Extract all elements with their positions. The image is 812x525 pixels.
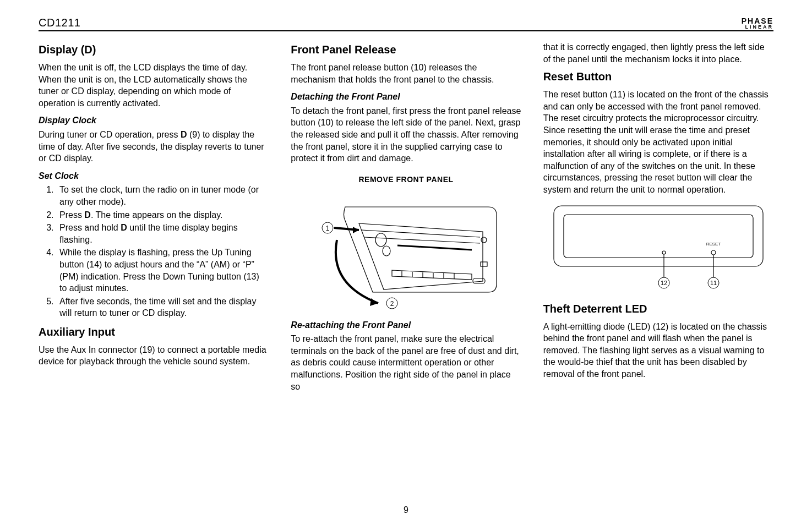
para-display: When the unit is off, the LCD displays t…: [39, 62, 269, 109]
heading-reset-button: Reset Button: [543, 69, 773, 84]
callout-2: 2: [390, 300, 394, 308]
para-display-clock: During tuner or CD operation, press D (9…: [39, 129, 269, 165]
svg-rect-19: [564, 215, 753, 258]
heading-display: Display (D): [39, 42, 269, 57]
list-item: To set the clock, turn the radio on in t…: [56, 184, 269, 207]
reset-label: RESET: [706, 242, 721, 247]
list-item: Press and hold D until the time display …: [56, 222, 269, 245]
para-front-panel-release: The front panel release button (10) rele…: [291, 62, 521, 85]
model-number: CD1211: [39, 17, 80, 29]
para-aux-input: Use the Aux In connector (19) to connect…: [39, 344, 269, 368]
column-3: that it is correctly engaged, then light…: [543, 41, 773, 397]
heading-front-panel-release: Front Panel Release: [291, 42, 521, 57]
para-theft-deterrent: A light-emitting diode (LED) (12) is loc…: [543, 321, 773, 380]
svg-point-20: [662, 251, 666, 254]
page-header: CD1211 PHASE LINEAR: [39, 17, 773, 31]
para-reset-button: The reset button (11) is located on the …: [543, 89, 773, 195]
diagram-title-remove-panel: REMOVE FRONT PANEL: [291, 174, 521, 185]
list-item: Press D. The time appears on the display…: [56, 209, 269, 221]
text: During tuner or CD operation, press: [39, 130, 181, 139]
callout-12: 12: [661, 280, 667, 286]
para-reattaching: To re-attach the front panel, make sure …: [291, 333, 521, 392]
heading-theft-deterrent: Theft Deterrent LED: [543, 302, 773, 316]
set-clock-list: To set the clock, turn the radio on in t…: [39, 184, 269, 319]
heading-aux-input: Auxiliary Input: [39, 325, 269, 340]
callout-1: 1: [326, 225, 330, 232]
callout-11: 11: [710, 280, 717, 286]
heading-reattaching: Re-attaching the Front Panel: [291, 319, 521, 331]
remove-front-panel-diagram: 1 2: [307, 190, 505, 311]
text: . The time appears on the display.: [91, 210, 223, 220]
reset-button-diagram: RESET 12 11: [548, 200, 769, 294]
svg-point-21: [711, 250, 716, 255]
text: Press: [59, 210, 84, 220]
content-columns: Display (D) When the unit is off, the LC…: [39, 41, 773, 397]
bold-d: D: [84, 210, 91, 220]
brand-logo: PHASE LINEAR: [742, 18, 773, 29]
brand-sub: LINEAR: [742, 25, 773, 29]
svg-marker-15: [353, 227, 359, 233]
column-1: Display (D) When the unit is off, the LC…: [39, 41, 269, 397]
bold-d: D: [181, 130, 187, 139]
page-number: 9: [404, 505, 408, 515]
heading-set-clock: Set Clock: [39, 170, 269, 182]
heading-detaching: Detaching the Front Panel: [291, 91, 521, 103]
column-2: Front Panel Release The front panel rele…: [291, 41, 521, 397]
list-item: While the display is flashing, press the…: [56, 247, 269, 294]
list-item: After five seconds, the time will set an…: [56, 296, 269, 319]
para-continuation: that it is correctly engaged, then light…: [543, 41, 773, 65]
bold-d: D: [121, 223, 127, 232]
para-detaching: To detach the front panel, first press t…: [291, 105, 521, 165]
text: Press and hold: [59, 223, 121, 232]
heading-display-clock: Display Clock: [39, 114, 269, 127]
